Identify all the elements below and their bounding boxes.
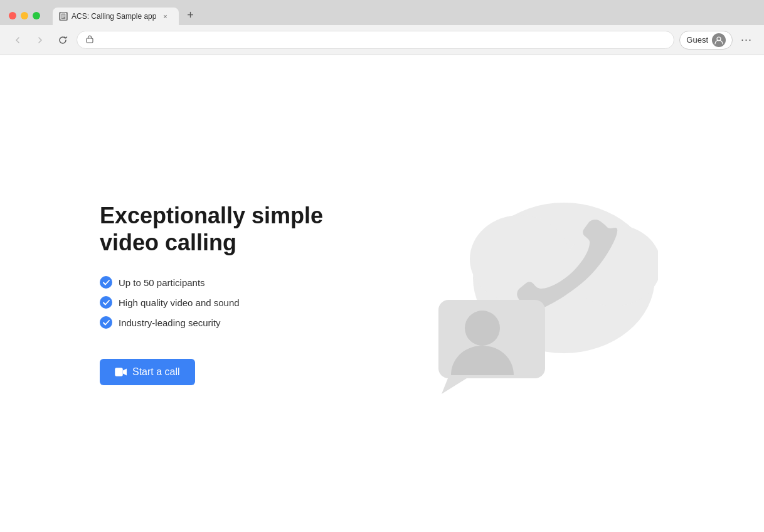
user-label: Guest (686, 35, 708, 45)
traffic-lights (9, 12, 40, 19)
svg-point-11 (465, 311, 500, 346)
close-tab-button[interactable]: × (160, 11, 170, 21)
feature-item-3: Industry-leading security (100, 316, 363, 329)
more-options-button[interactable]: ··· (738, 31, 755, 49)
active-tab[interactable]: ACS: Calling Sample app × (53, 8, 179, 25)
headline-line2: video calling (100, 230, 236, 255)
feature-text-1: Up to 50 participants (119, 277, 205, 288)
back-button[interactable] (9, 31, 26, 49)
close-window-button[interactable] (9, 12, 16, 19)
feature-text-2: High quality video and sound (119, 297, 240, 308)
user-profile-button[interactable]: Guest (679, 31, 733, 50)
svg-rect-6 (115, 368, 123, 376)
tab-title: ACS: Calling Sample app (72, 12, 156, 21)
page-content: Exceptionally simple video calling Up to… (0, 55, 764, 532)
reload-button[interactable] (54, 31, 72, 49)
headline-line1: Exceptionally simple (100, 203, 323, 228)
tab-bar: ACS: Calling Sample app × + (53, 6, 199, 25)
minimize-window-button[interactable] (21, 12, 28, 19)
start-call-button[interactable]: Start a call (100, 359, 195, 385)
illustration-svg (407, 190, 658, 397)
svg-rect-4 (87, 38, 93, 43)
left-content: Exceptionally simple video calling Up to… (100, 202, 363, 385)
maximize-window-button[interactable] (33, 12, 40, 19)
content-wrapper: Exceptionally simple video calling Up to… (100, 181, 664, 407)
page-headline: Exceptionally simple video calling (100, 202, 363, 256)
check-icon-1 (100, 276, 112, 289)
forward-button[interactable] (31, 31, 49, 49)
right-illustration (401, 181, 664, 407)
nav-bar: Guest ··· (0, 25, 764, 55)
feature-item-1: Up to 50 participants (100, 276, 363, 289)
feature-text-3: Industry-leading security (119, 317, 221, 328)
start-call-label: Start a call (132, 366, 180, 378)
browser-window: ACS: Calling Sample app × + (0, 0, 764, 55)
check-icon-3 (100, 316, 112, 329)
video-camera-icon (115, 368, 127, 376)
lock-icon (86, 35, 93, 45)
user-avatar (712, 33, 726, 47)
address-bar[interactable] (77, 31, 674, 49)
feature-item-2: High quality video and sound (100, 296, 363, 309)
new-tab-button[interactable]: + (181, 6, 199, 24)
features-list: Up to 50 participants High quality video… (100, 276, 363, 329)
title-bar: ACS: Calling Sample app × + (0, 0, 764, 25)
tab-favicon-icon (59, 12, 68, 21)
check-icon-2 (100, 296, 112, 309)
